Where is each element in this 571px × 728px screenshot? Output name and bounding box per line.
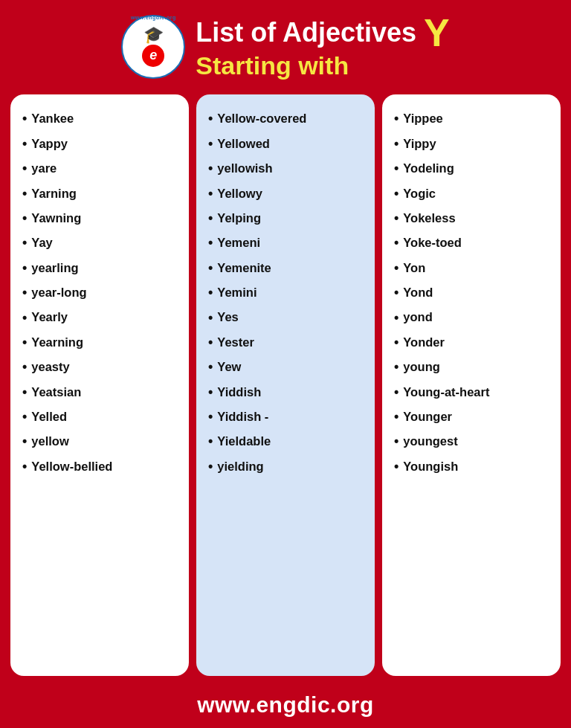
bullet-icon: • (208, 408, 213, 425)
list-item: •Yew (208, 355, 366, 379)
bullet-icon: • (394, 309, 399, 326)
bullet-icon: • (208, 384, 213, 401)
word-text: yeasty (31, 359, 69, 375)
list-item: •yond (394, 306, 552, 330)
list-item: •Yodeling (394, 156, 552, 181)
list-item: •Yearly (22, 306, 180, 330)
bullet-icon: • (22, 408, 27, 425)
title-line1: List of Adjectives Y (196, 13, 449, 52)
list-item: •Yay (22, 231, 180, 255)
list-item: •yearling (22, 256, 180, 280)
bullet-icon: • (22, 309, 27, 326)
graduation-cap-icon: 🎓 (143, 27, 164, 43)
bullet-icon: • (208, 358, 213, 376)
list-item: •Yon (394, 256, 552, 280)
logo-background: 🎓 e (121, 15, 185, 79)
word-text: yearling (31, 260, 78, 276)
word-text: Yester (217, 335, 254, 350)
list-item: •yielding (208, 454, 366, 479)
word-text: Yew (217, 359, 241, 375)
title-line2: Starting with (196, 52, 349, 80)
word-text: Yellow-covered (217, 111, 306, 126)
list-item: •Yawning (22, 206, 180, 231)
list-item: •young (394, 355, 552, 379)
list-item: •Yonder (394, 330, 552, 355)
list-item: •Yarning (22, 181, 180, 206)
word-text: Yoke-toed (403, 235, 462, 251)
list-item: •Yester (208, 330, 366, 355)
list-item: •Yankee (22, 106, 180, 131)
column-2: •Yellow-covered•Yellowed•yellowish•Yello… (196, 94, 375, 676)
list-item: •Yippy (394, 132, 552, 156)
list-item: •Yellowy (208, 181, 366, 206)
word-text: Yodeling (403, 161, 454, 176)
bullet-icon: • (22, 135, 27, 152)
title-text-part1: List of Adjectives (196, 18, 416, 48)
list-item: •Yond (394, 280, 552, 305)
word-text: Yawning (31, 210, 81, 226)
word-text: Yonder (403, 335, 445, 350)
word-text: Yippy (403, 136, 436, 152)
bullet-icon: • (394, 458, 399, 475)
bullet-icon: • (394, 160, 399, 177)
list-item: •Yelled (22, 405, 180, 429)
word-text: Yarning (31, 186, 77, 202)
bullet-icon: • (22, 210, 27, 227)
bullet-icon: • (22, 160, 27, 177)
list-item: •Yieldable (208, 429, 366, 454)
footer-url: www.engdic.org (0, 685, 571, 728)
bullet-icon: • (22, 433, 27, 450)
word-text: Yappy (31, 136, 68, 152)
list-item: •Yelping (208, 206, 366, 231)
word-text: Yemini (217, 285, 257, 300)
word-text: Yemeni (217, 235, 260, 251)
title-letter-y: Y (424, 13, 450, 52)
word-text: Yearning (31, 335, 83, 350)
logo-content: 🎓 e (142, 27, 164, 67)
list-item: •Younger (394, 405, 552, 429)
bullet-icon: • (394, 334, 399, 351)
bullet-icon: • (22, 458, 27, 475)
list-item: •Yippee (394, 106, 552, 131)
word-text: Yogic (403, 186, 436, 202)
column-1: •Yankee•Yappy•yare•Yarning•Yawning•Yay•y… (10, 94, 189, 676)
word-text: Yankee (31, 111, 74, 126)
word-text: Yiddish (217, 384, 261, 400)
list-item: •Yellow-covered (208, 106, 366, 131)
bullet-icon: • (394, 408, 399, 425)
word-text: Yiddish - (217, 409, 268, 425)
word-text: year-long (31, 285, 86, 300)
list-item: •yellow (22, 429, 180, 454)
word-text: Yellow-bellied (31, 459, 112, 474)
bullet-icon: • (394, 260, 399, 277)
bullet-icon: • (394, 110, 399, 127)
word-text: Yearly (31, 309, 68, 325)
word-text: Yellowy (217, 186, 262, 202)
word-text: Yieldable (217, 434, 271, 449)
list-item: •Yearning (22, 330, 180, 355)
word-text: Yippee (403, 111, 443, 126)
bullet-icon: • (22, 384, 27, 401)
word-text: young (403, 359, 440, 375)
word-text: Younger (403, 409, 452, 425)
list-item: •Yiddish - (208, 405, 366, 429)
word-text: Yay (31, 235, 52, 251)
word-text: yielding (217, 459, 263, 474)
list-item: •Yemenite (208, 256, 366, 280)
bullet-icon: • (208, 110, 213, 127)
list-item: •yare (22, 156, 180, 181)
bullet-icon: • (22, 358, 27, 376)
word-text: Yokeless (403, 210, 455, 226)
bullet-icon: • (394, 384, 399, 401)
word-text: Young-at-heart (403, 384, 489, 400)
bullet-icon: • (22, 284, 27, 301)
bullet-icon: • (208, 458, 213, 475)
list-item: •Yellowed (208, 132, 366, 156)
list-item: •Yeatsian (22, 380, 180, 405)
bullet-icon: • (208, 210, 213, 227)
bullet-icon: • (22, 234, 27, 251)
word-text: youngest (403, 434, 457, 449)
bullet-icon: • (208, 160, 213, 177)
word-text: Yes (217, 309, 238, 325)
bullet-icon: • (22, 185, 27, 202)
